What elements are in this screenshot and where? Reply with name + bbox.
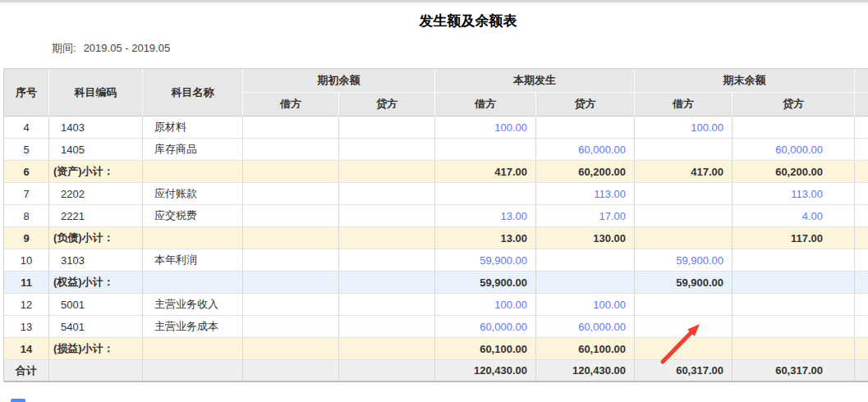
table-row: 6(资产)小计：417.0060,200.00417.0060,200.00: [4, 161, 868, 183]
drilldown-link[interactable]: 100.00: [494, 121, 527, 134]
drilldown-link[interactable]: 100.00: [593, 299, 626, 311]
cell-code: 2221: [49, 205, 143, 227]
cell-name: 应交税费: [143, 205, 243, 227]
drilldown-link[interactable]: 59,900.00: [676, 254, 723, 267]
cell-ending-credit: 113.00: [733, 183, 855, 205]
drilldown-link[interactable]: 17.00: [599, 210, 626, 222]
cell-current-credit: 130.00: [536, 227, 635, 249]
drilldown-link[interactable]: 60,000.00: [480, 321, 527, 333]
cell-current-debit: 13.00: [435, 227, 536, 249]
cell-seq: 10: [4, 249, 49, 272]
col-header-extra: [855, 69, 868, 93]
cell-extra: [855, 205, 868, 227]
cell-opening-debit: [243, 116, 339, 139]
table-row: 41403原材料100.00100.00: [4, 116, 868, 139]
cell-current-credit: 100.00: [536, 294, 635, 316]
drilldown-link[interactable]: 100.00: [691, 121, 723, 134]
drilldown-link[interactable]: 60,000.00: [578, 321, 626, 333]
cell-current-debit: 60,000.00: [435, 316, 536, 338]
cell-ending-debit: [635, 205, 733, 227]
cell-ending-credit: [733, 272, 855, 294]
col-group-opening-balance: 期初余额: [243, 69, 435, 93]
balance-table: 序号 科目编码 科目名称 期初余额 本期发生 期末余额 借方 贷方 借方 贷方 …: [3, 68, 868, 382]
drilldown-link[interactable]: 60,000.00: [578, 144, 626, 156]
cell-code: 1403: [49, 116, 143, 139]
cell-seq: 5: [4, 139, 49, 161]
drilldown-link[interactable]: 13.00: [500, 210, 527, 222]
cell-extra: [855, 338, 868, 360]
drilldown-link[interactable]: 60,000.00: [775, 144, 823, 156]
cell-current-credit: 60,000.00: [536, 139, 635, 161]
cell-current-debit: 13.00: [435, 205, 536, 227]
cell-opening-credit: [339, 139, 435, 161]
drilldown-link[interactable]: 113.00: [594, 188, 626, 200]
cell-opening-credit: [339, 183, 435, 205]
period-label: 期间:: [52, 42, 76, 54]
cell-current-debit: 417.00: [435, 161, 536, 183]
cell-seq: 12: [4, 294, 49, 316]
table-row: 135401主营业务成本60,000.0060,000.00: [4, 316, 868, 338]
cell-current-debit: [435, 183, 536, 205]
cell-ending-credit: [733, 249, 855, 272]
cell-name: [143, 161, 243, 183]
cell-seq: 合计: [4, 360, 49, 382]
col-header-opening-credit: 贷方: [339, 93, 435, 116]
cell-extra: [855, 316, 868, 338]
cell-seq: 13: [4, 316, 49, 338]
cell-current-credit: 60,100.00: [536, 338, 635, 360]
cell-opening-debit: [243, 183, 339, 205]
drilldown-link[interactable]: 4.00: [802, 210, 823, 222]
cell-ending-credit: 60,317.00: [733, 360, 855, 382]
table-row: 125001主营业务收入100.00100.00: [4, 294, 868, 316]
table-body: 41403原材料100.00100.0051405库存商品60,000.0060…: [4, 116, 868, 382]
cell-ending-debit: [635, 227, 733, 249]
table-row: 103103本年利润59,900.0059,900.00: [4, 249, 868, 272]
cell-current-credit: [536, 249, 635, 272]
cell-ending-credit: 117.00: [733, 227, 855, 249]
cell-opening-debit: [243, 338, 339, 360]
drilldown-link[interactable]: 100.00: [494, 299, 527, 311]
cell-current-debit: 100.00: [435, 294, 536, 316]
cell-opening-debit: [243, 161, 339, 183]
table-row: 51405库存商品60,000.0060,000.00: [4, 139, 868, 161]
cell-ending-debit: 100.00: [635, 116, 733, 139]
col-header-current-debit: 借方: [435, 93, 536, 116]
col-header-opening-debit: 借方: [243, 93, 339, 116]
table-row: 9(负债)小计：13.00130.00117.00: [4, 227, 868, 249]
cell-ending-debit: [635, 294, 733, 316]
cell-current-debit: 59,900.00: [435, 272, 536, 294]
table-row: 14(损益)小计：60,100.0060,100.00: [4, 338, 868, 360]
cutoff-blue-element: [11, 399, 25, 402]
period-value: 2019.05 - 2019.05: [84, 42, 171, 54]
cell-extra: [855, 183, 868, 205]
table-row: 11(权益)小计：59,900.0059,900.00: [4, 272, 868, 294]
cell-ending-credit: [733, 338, 855, 360]
cell-current-debit: 120,430.00: [435, 360, 536, 382]
cell-current-credit: 120,430.00: [536, 360, 635, 382]
col-group-current-period: 本期发生: [435, 69, 635, 93]
cell-current-credit: [536, 116, 635, 139]
cell-current-debit: 60,100.00: [435, 338, 536, 360]
top-toolbar-shadow: [0, 0, 868, 4]
cell-ending-debit: 59,900.00: [635, 249, 733, 272]
cell-opening-debit: [243, 227, 339, 249]
cell-code: [49, 360, 143, 382]
cell-extra: [855, 294, 868, 316]
cell-opening-credit: [339, 116, 435, 139]
col-header-extra-sub: [855, 93, 868, 116]
cell-code: (损益)小计：: [49, 338, 143, 360]
cell-code: (权益)小计：: [49, 272, 143, 294]
cell-opening-credit: [339, 338, 435, 360]
cell-name: [143, 338, 243, 360]
cell-seq: 11: [4, 272, 49, 294]
cell-code: 5001: [49, 294, 143, 316]
cell-name: [143, 360, 243, 382]
cell-ending-credit: [733, 116, 855, 139]
col-header-ending-debit: 借方: [635, 93, 733, 116]
cell-ending-credit: [733, 294, 855, 316]
drilldown-link[interactable]: 113.00: [791, 188, 823, 200]
period-bar: 期间:2019.05 - 2019.05: [52, 41, 868, 54]
cell-ending-debit: 417.00: [635, 161, 733, 183]
drilldown-link[interactable]: 59,900.00: [480, 254, 527, 267]
table-header: 序号 科目编码 科目名称 期初余额 本期发生 期末余额 借方 贷方 借方 贷方 …: [4, 69, 868, 116]
